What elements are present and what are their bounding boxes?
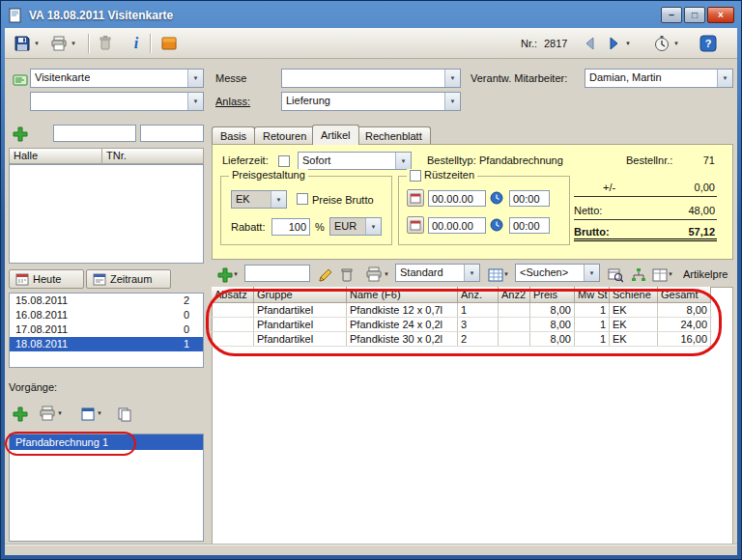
ruestzeiten-label: Rüstzeiten xyxy=(424,169,474,181)
column-header[interactable]: Absatz xyxy=(212,287,254,303)
dropdown-arrow-icon[interactable]: ▼ xyxy=(271,191,286,208)
dropdown-arrow-icon[interactable]: ▼ xyxy=(444,70,460,87)
table-row[interactable]: Pfandartikel Pfandkiste 24 x 0,2l 3 8,00… xyxy=(212,318,712,332)
dropdown-arrow-icon[interactable]: ▼ xyxy=(623,41,633,46)
dropdown-arrow-icon[interactable]: ▼ xyxy=(187,70,203,87)
halle-column-header[interactable]: Halle xyxy=(9,148,102,164)
dropdown-arrow-icon[interactable]: ▼ xyxy=(69,41,78,46)
table-row[interactable]: Pfandartikel Pfandkiste 30 x 0,2l 2 8,00… xyxy=(212,332,712,347)
table-cell xyxy=(212,318,254,331)
search-select[interactable]: <Suchen> ▼ xyxy=(515,264,600,282)
minimize-button[interactable]: – xyxy=(661,7,682,23)
back-button[interactable] xyxy=(581,34,600,53)
tab-rechenblatt[interactable]: Rechenblatt xyxy=(357,126,431,145)
date-picker-button[interactable] xyxy=(407,216,424,234)
print-button[interactable] xyxy=(49,34,69,53)
lieferzeit-checkbox[interactable] xyxy=(278,155,290,167)
column-header[interactable]: Anz. xyxy=(458,287,499,303)
dropdown-arrow-icon[interactable]: ▼ xyxy=(55,410,65,416)
titlebar[interactable]: VA 18.08.2011 Visitenkarte – □ × xyxy=(3,3,739,27)
orange-folder-button[interactable] xyxy=(159,34,179,53)
column-header[interactable]: Preis xyxy=(530,287,575,303)
table-row[interactable]: Pfandartikel Pfandkiste 12 x 0,7l 1 8,00… xyxy=(212,303,712,318)
heute-button[interactable]: Heute xyxy=(9,269,84,289)
currency-select[interactable]: EUR ▼ xyxy=(329,217,382,236)
dropdown-arrow-icon[interactable]: ▼ xyxy=(382,271,391,277)
mitarbeiter-select[interactable]: Damian, Martin ▼ xyxy=(585,69,733,88)
tnr-column-header[interactable]: TNr. xyxy=(102,148,204,164)
delete-article-button[interactable] xyxy=(337,266,357,285)
tab-retouren[interactable]: Retouren xyxy=(254,126,315,145)
rabatt-input[interactable]: 100 xyxy=(271,218,310,236)
date-list-item-selected[interactable]: 18.08.2011 1 xyxy=(10,337,203,351)
schiene-select[interactable]: EK ▼ xyxy=(231,190,287,209)
table-cell: 1 xyxy=(575,332,610,346)
dropdown-arrow-icon[interactable]: ▼ xyxy=(365,218,381,235)
add-entry-button[interactable] xyxy=(11,125,30,144)
date-list-item[interactable]: 15.08.2011 2 xyxy=(10,294,203,308)
column-header[interactable]: Anz2 xyxy=(499,287,530,303)
halle-input[interactable] xyxy=(53,125,136,142)
date-list-item[interactable]: 17.08.2011 0 xyxy=(10,322,203,337)
messe-select[interactable]: ▼ xyxy=(281,69,461,88)
structure-icon[interactable] xyxy=(629,266,648,285)
vorgang-list-item-selected[interactable]: Pfandabrechnung 1 xyxy=(10,434,203,450)
delete-button[interactable] xyxy=(96,34,115,53)
dropdown-arrow-icon[interactable]: ▼ xyxy=(32,41,42,46)
preisgestaltung-label: Preisgestaltung xyxy=(229,169,308,181)
date-list-item[interactable]: 16.08.2011 0 xyxy=(10,308,203,322)
save-button[interactable] xyxy=(13,34,32,53)
column-header[interactable]: Gruppe xyxy=(254,287,347,303)
tab-basis[interactable]: Basis xyxy=(212,126,255,145)
maximize-button[interactable]: □ xyxy=(684,7,705,23)
time-picker-button[interactable] xyxy=(489,190,504,206)
print-article-button[interactable] xyxy=(364,265,384,284)
ruest-time-input-1[interactable]: 00:00 xyxy=(509,190,550,207)
forward-button[interactable] xyxy=(604,34,623,53)
ruest-date-input-2[interactable]: 00.00.00 xyxy=(428,217,486,234)
dropdown-arrow-icon[interactable]: ▼ xyxy=(584,265,599,281)
ruest-time-input-2[interactable]: 00:00 xyxy=(509,217,550,234)
dropdown-arrow-icon[interactable]: ▼ xyxy=(501,271,511,277)
view-select[interactable]: Standard ▼ xyxy=(395,264,480,282)
info-button[interactable]: i xyxy=(127,34,146,53)
dropdown-arrow-icon[interactable]: ▼ xyxy=(717,70,732,87)
tnr-input[interactable] xyxy=(140,125,204,142)
card-subtype-select[interactable]: ▼ xyxy=(30,92,204,111)
dropdown-arrow-icon[interactable]: ▼ xyxy=(464,265,479,281)
window-title: VA 18.08.2011 Visitenkarte xyxy=(29,9,173,22)
zeitraum-label: Zeitraum xyxy=(110,273,152,285)
dropdown-arrow-icon[interactable]: ▼ xyxy=(671,41,681,46)
table-search-icon[interactable] xyxy=(606,266,625,285)
preise-brutto-checkbox[interactable] xyxy=(297,193,308,205)
dropdown-arrow-icon[interactable]: ▼ xyxy=(444,93,460,110)
card-type-select[interactable]: Visitenkarte ▼ xyxy=(30,69,204,88)
halle-list[interactable] xyxy=(9,164,204,264)
ruest-date-input-1[interactable]: 00.00.00 xyxy=(428,190,486,207)
ruestzeiten-checkbox[interactable] xyxy=(410,170,421,182)
copy-icon[interactable] xyxy=(115,405,134,424)
clock-button[interactable] xyxy=(652,34,671,53)
column-header[interactable]: Schiene xyxy=(610,287,658,303)
tab-artikel[interactable]: Artikel xyxy=(312,125,359,145)
lieferzeit-select[interactable]: Sofort ▼ xyxy=(298,152,412,170)
print-vorgang-button[interactable] xyxy=(38,404,57,423)
column-header[interactable]: Name (F6) xyxy=(347,287,458,303)
dropdown-arrow-icon[interactable]: ▼ xyxy=(187,93,203,110)
article-quick-input[interactable] xyxy=(244,265,310,282)
dropdown-arrow-icon[interactable]: ▼ xyxy=(231,271,241,277)
edit-article-button[interactable] xyxy=(316,266,335,285)
zeitraum-button[interactable]: Zeitraum xyxy=(86,269,171,289)
dropdown-arrow-icon[interactable]: ▼ xyxy=(395,153,411,169)
close-button[interactable]: × xyxy=(707,7,734,23)
anlass-select[interactable]: Lieferung ▼ xyxy=(281,92,461,111)
column-header[interactable]: Mw St xyxy=(575,287,610,303)
help-button[interactable]: ? xyxy=(699,34,718,53)
time-picker-button[interactable] xyxy=(489,217,504,233)
date-picker-button[interactable] xyxy=(407,189,424,207)
dropdown-arrow-icon[interactable]: ▼ xyxy=(666,271,675,277)
column-header[interactable]: Gesamt xyxy=(658,287,711,303)
add-vorgang-button[interactable] xyxy=(11,405,30,424)
date-value: 16.08.2011 xyxy=(15,308,68,322)
dropdown-arrow-icon[interactable]: ▼ xyxy=(95,410,104,416)
